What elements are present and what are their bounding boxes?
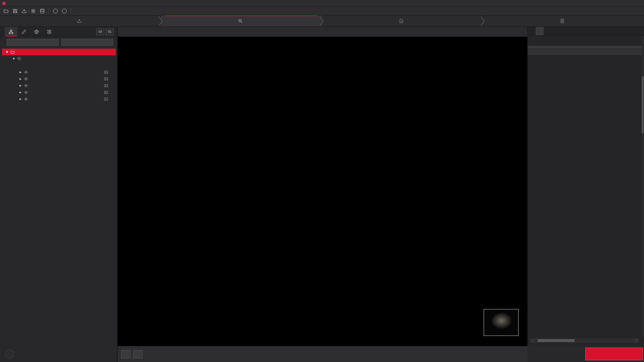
menu-bar (0, 7, 644, 15)
scroll-left-arrow[interactable] (531, 339, 535, 342)
close-button[interactable] (632, 0, 644, 7)
sidebar-tab-control[interactable] (43, 27, 56, 37)
sort-descending-icon[interactable] (106, 28, 114, 36)
tree-expand-arrow[interactable]: ▶ (18, 98, 23, 101)
sidebar-tab-geo[interactable] (30, 27, 43, 37)
redo-icon[interactable] (83, 7, 91, 15)
tree-item[interactable]: ▶ (2, 82, 116, 89)
setup-photo-icon[interactable] (104, 70, 108, 74)
workflow-tab-report[interactable] (483, 15, 644, 26)
delete-setups-button[interactable] (121, 350, 130, 358)
previous-button[interactable] (5, 349, 14, 359)
target-icon (23, 90, 29, 95)
save-icon[interactable] (11, 7, 19, 15)
tree-expand-arrow[interactable]: ▶ (18, 71, 23, 74)
target-icon (23, 97, 29, 101)
reapply-zone (527, 346, 644, 362)
tree-expand-arrow[interactable]: ▶ (18, 84, 23, 87)
scroll-right-arrow[interactable] (634, 339, 638, 342)
tab-properties[interactable] (536, 27, 544, 35)
show-hide-clouds-button[interactable] (133, 350, 143, 358)
mean-error-row (528, 42, 644, 43)
app-window: ▼▼▶▶▶▶▶ (0, 0, 644, 362)
tab-assistant[interactable] (528, 27, 536, 35)
setup-photo-icon[interactable] (104, 90, 108, 95)
project-tree: ▼▼▶▶▶▶▶ (0, 48, 117, 102)
viewport (118, 27, 527, 346)
tree-expand-arrow[interactable]: ▼ (11, 57, 16, 60)
tree-item[interactable]: ▶ (2, 69, 116, 75)
sitemap-thumbnail (491, 313, 512, 329)
app-logo-icon (2, 1, 6, 5)
tree-item[interactable] (2, 62, 116, 69)
dismiss-hint-button[interactable] (516, 350, 524, 358)
constraints-table-header (528, 49, 644, 56)
magnifier-icon (238, 18, 243, 23)
doc-check-icon (399, 18, 404, 23)
settings-icon[interactable] (29, 7, 37, 15)
collapse-all-button[interactable] (61, 39, 113, 46)
tree-expand-arrow[interactable]: ▶ (18, 77, 23, 80)
point-cloud-canvas[interactable] (118, 37, 527, 346)
tree-item[interactable]: ▼ (2, 49, 116, 55)
sidebar-tab-project-tree[interactable] (5, 27, 17, 37)
tree-item[interactable]: ▼ (2, 55, 116, 62)
viewport-bottom-bar (118, 346, 527, 362)
toolbar-separator (49, 8, 49, 14)
workflow-tab-review-and-optimize[interactable] (161, 15, 322, 26)
workflow-ribbon (0, 15, 644, 27)
collapse-bundle-button[interactable] (7, 39, 59, 46)
tree-item[interactable]: ▶ (2, 75, 116, 82)
workflow-tab-finalize[interactable] (322, 15, 483, 26)
scroll-thumb[interactable] (538, 339, 575, 342)
tree-expand-arrow[interactable]: ▶ (18, 91, 23, 94)
sort-ascending-icon[interactable] (96, 28, 104, 36)
collapse-left-panel-handle[interactable] (0, 190, 5, 198)
help-icon[interactable] (51, 7, 59, 15)
tree-item[interactable]: ▶ (2, 96, 116, 102)
title-bar (0, 0, 644, 7)
setup-photo-icon[interactable] (104, 97, 108, 101)
sidebar-tab-links[interactable] (17, 27, 30, 37)
collapse-row (0, 37, 117, 48)
setup-photo-icon[interactable] (104, 77, 108, 81)
sitemap-overlay[interactable] (484, 309, 519, 336)
target-icon (23, 77, 29, 81)
info-icon[interactable] (60, 7, 68, 15)
import-icon[interactable] (20, 7, 28, 15)
sidebar-tabs (0, 27, 117, 37)
properties-tabs (528, 27, 644, 36)
panel-layout-icon[interactable] (634, 27, 644, 35)
report-icon (560, 18, 565, 23)
tree-expand-arrow[interactable]: ▼ (5, 51, 9, 54)
layers-icon (16, 57, 22, 61)
folder-icon (9, 50, 15, 54)
viewport-toolbar (118, 27, 527, 37)
storage-icon[interactable] (38, 7, 46, 15)
setup-photo-icon[interactable] (104, 83, 108, 88)
project-sidebar: ▼▼▶▶▶▶▶ (0, 27, 117, 346)
maximize-button[interactable] (620, 0, 632, 7)
import-icon (77, 18, 82, 23)
sidebar-tab-actions (96, 27, 117, 37)
open-icon[interactable] (2, 7, 10, 15)
scene-svg (118, 37, 527, 346)
undo-icon[interactable] (73, 7, 82, 15)
collapse-right-panel-handle[interactable] (640, 184, 644, 192)
tree-item[interactable]: ▶ (2, 89, 116, 96)
section-control-constraints (528, 46, 644, 49)
window-controls (608, 0, 644, 7)
column-error[interactable] (596, 50, 616, 54)
toolbar-separator (71, 8, 71, 14)
horizontal-scrollbar[interactable] (530, 339, 639, 343)
minimize-button[interactable] (608, 0, 620, 7)
reapply-control-button[interactable] (585, 348, 643, 360)
workflow-tab-import[interactable] (0, 15, 161, 26)
sidebar-footer (0, 346, 117, 362)
target-icon (23, 83, 29, 88)
properties-panel (527, 27, 644, 346)
target-icon (23, 70, 29, 74)
